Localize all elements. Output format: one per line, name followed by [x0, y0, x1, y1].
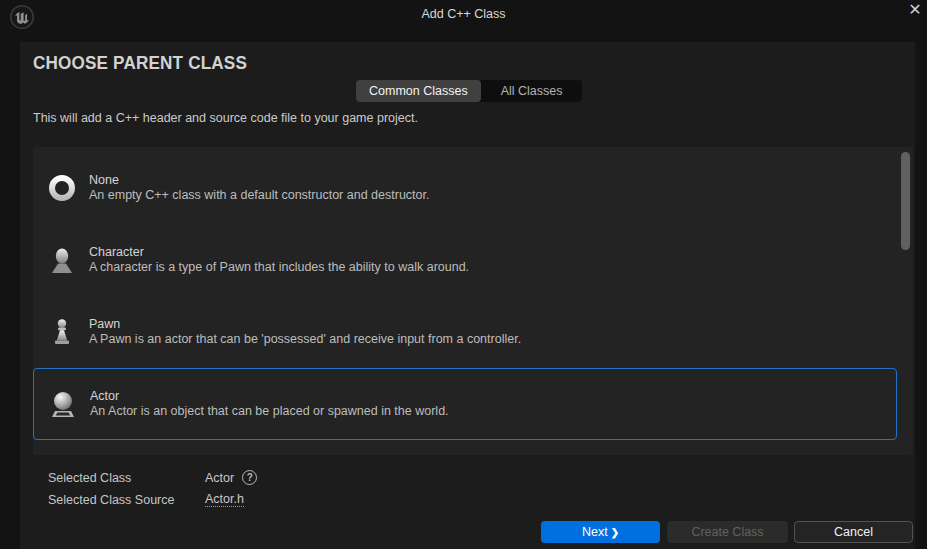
- class-name: Pawn: [89, 317, 521, 332]
- character-icon: [47, 245, 77, 275]
- titlebar: Add C++ Class ✕: [0, 0, 927, 30]
- add-class-dialog-panel: CHOOSE PARENT CLASS Common Classes All C…: [20, 42, 915, 549]
- chevron-right-icon: ❯: [611, 527, 619, 538]
- cancel-button-label: Cancel: [834, 525, 873, 539]
- tab-all-classes[interactable]: All Classes: [481, 80, 583, 102]
- selected-class-source-row: Selected Class Source Actor.h: [48, 492, 244, 507]
- help-icon[interactable]: ?: [242, 470, 257, 485]
- class-description: An empty C++ class with a default constr…: [89, 188, 429, 203]
- class-name: Actor: [90, 389, 449, 404]
- class-description: A character is a type of Pawn that inclu…: [89, 260, 469, 275]
- parent-class-list: None An empty C++ class with a default c…: [33, 147, 913, 455]
- actor-icon: [48, 389, 78, 419]
- list-item-actor[interactable]: Actor An Actor is an object that can be …: [33, 368, 897, 440]
- selected-class-source-link[interactable]: Actor.h: [205, 492, 244, 507]
- pawn-icon: [47, 317, 77, 347]
- page-title: CHOOSE PARENT CLASS: [33, 52, 247, 74]
- window-title: Add C++ Class: [0, 7, 927, 21]
- selected-class-row: Selected Class Actor ?: [48, 470, 257, 485]
- list-item-character[interactable]: Character A character is a type of Pawn …: [33, 224, 897, 296]
- class-description: An Actor is an object that can be placed…: [90, 404, 449, 419]
- selected-class-label: Selected Class: [48, 471, 205, 485]
- class-description: A Pawn is an actor that can be 'possesse…: [89, 332, 521, 347]
- tab-common-classes[interactable]: Common Classes: [356, 80, 481, 102]
- class-name: Character: [89, 245, 469, 260]
- create-class-button-label: Create Class: [691, 525, 763, 539]
- close-icon[interactable]: ✕: [905, 0, 925, 20]
- class-name: None: [89, 173, 429, 188]
- create-class-button[interactable]: Create Class: [667, 521, 788, 543]
- list-item-pawn[interactable]: Pawn A Pawn is an actor that can be 'pos…: [33, 296, 897, 368]
- cancel-button[interactable]: Cancel: [794, 521, 913, 543]
- selected-class-value: Actor: [205, 471, 234, 485]
- next-button[interactable]: Next ❯: [541, 521, 660, 543]
- next-button-label: Next: [582, 525, 608, 539]
- class-view-tabs: Common Classes All Classes: [356, 80, 582, 102]
- list-item-none[interactable]: None An empty C++ class with a default c…: [33, 152, 897, 224]
- dialog-description: This will add a C++ header and source co…: [33, 111, 418, 125]
- selected-class-source-label: Selected Class Source: [48, 493, 205, 507]
- ring-icon: [47, 173, 77, 203]
- list-scrollbar[interactable]: [901, 152, 910, 250]
